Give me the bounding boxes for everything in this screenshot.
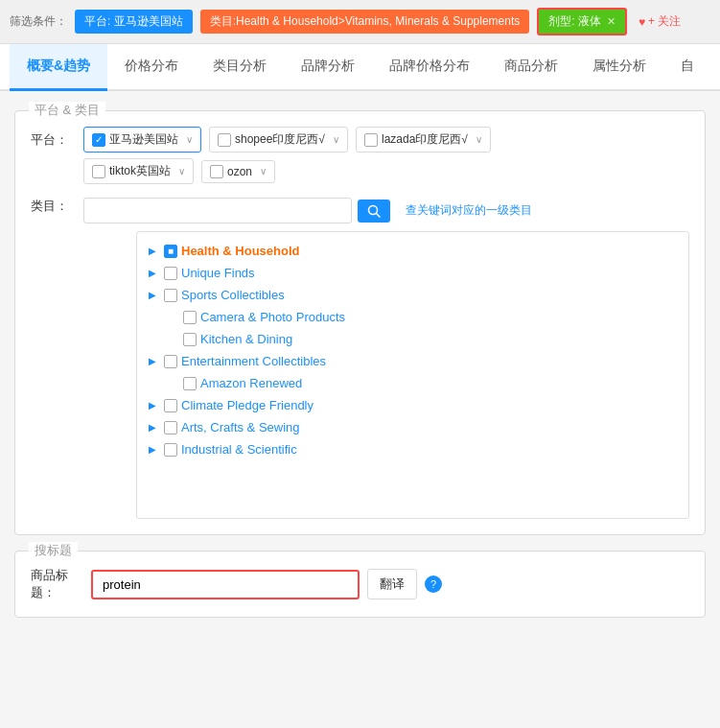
- tab-attr-analysis[interactable]: 属性分析: [575, 44, 663, 91]
- type-tag-close-icon[interactable]: ✕: [607, 15, 615, 28]
- tree-checkbox-renewed[interactable]: [183, 377, 197, 390]
- tree-arrow-industrial-icon: ▶: [149, 444, 160, 455]
- tree-arrow-renewed-icon: ▶: [168, 378, 179, 388]
- category-search-button[interactable]: [358, 200, 390, 223]
- tree-checkbox-sports[interactable]: [164, 289, 177, 302]
- tab-overview[interactable]: 概要&趋势: [10, 44, 107, 91]
- tab-more[interactable]: 自: [663, 44, 711, 91]
- category-tree[interactable]: ▶ ■ Health & Household ▶ Unique Finds: [136, 231, 689, 519]
- tree-item-unique-finds[interactable]: ▶ Unique Finds: [143, 262, 683, 284]
- category-tag-text: 类目:Health & Household>Vitamins, Minerals…: [210, 13, 521, 30]
- tab-category-analysis[interactable]: 类目分析: [196, 44, 284, 91]
- platform-items: ✓ 亚马逊美国站 ∨ shopee印度尼西√ ∨ lazada印度尼西√ ∨: [83, 127, 491, 153]
- nav-tabs: 概要&趋势 价格分布 类目分析 品牌分析 品牌价格分布 商品分析 属性分析 自: [0, 44, 720, 91]
- ozon-arrow-icon: ∨: [260, 166, 267, 176]
- platform-category-section: 平台 & 类目 平台： ✓ 亚马逊美国站 ∨ shopee印度尼西√ ∨ laz…: [14, 110, 706, 535]
- platform-row-2: tiktok英国站 ∨ ozon ∨: [83, 158, 689, 184]
- tree-checkbox-industrial[interactable]: [164, 443, 177, 457]
- svg-line-1: [377, 213, 381, 217]
- add-watch-label: + 关注: [648, 13, 681, 30]
- platform-shopee-india[interactable]: shopee印度尼西√ ∨: [209, 127, 348, 153]
- lazada-indonesia-arrow-icon: ∨: [476, 134, 482, 145]
- tiktok-uk-checkbox: [92, 165, 105, 178]
- category-keyword-link[interactable]: 查关键词对应的一级类目: [406, 202, 532, 219]
- platform-filter-tag[interactable]: 平台: 亚马逊美国站: [75, 10, 193, 34]
- tree-checkbox-kitchen[interactable]: [183, 333, 197, 346]
- tab-brand-price[interactable]: 品牌价格分布: [372, 44, 487, 91]
- search-title-row: 商品标题： 翻译 ?: [31, 567, 689, 601]
- search-icon: [367, 204, 381, 218]
- platform-lazada-indonesia[interactable]: lazada印度尼西√ ∨: [356, 127, 491, 153]
- product-title-input[interactable]: [91, 570, 360, 599]
- heart-icon: ♥: [639, 15, 645, 29]
- tiktok-uk-arrow-icon: ∨: [178, 166, 185, 176]
- platform-amazon-us[interactable]: ✓ 亚马逊美国站 ∨: [83, 127, 201, 153]
- translate-button[interactable]: 翻译: [367, 569, 417, 599]
- platform-tiktok-uk[interactable]: tiktok英国站 ∨: [83, 158, 194, 184]
- type-tag-text: 剂型: 液体: [548, 13, 601, 30]
- tree-label-industrial: Industrial & Scientific: [181, 442, 297, 457]
- tree-label-climate: Climate Pledge Friendly: [181, 398, 314, 412]
- category-row: 类目： 查关键词对应的一级类目: [31, 198, 689, 519]
- tree-checkbox-unique[interactable]: [164, 267, 177, 280]
- category-tree-inner: ▶ ■ Health & Household ▶ Unique Finds: [137, 232, 688, 468]
- tree-arrow-camera-icon: ▶: [168, 312, 179, 322]
- category-filter-tag[interactable]: 类目:Health & Household>Vitamins, Minerals…: [200, 10, 530, 34]
- amazon-us-arrow-icon: ∨: [186, 134, 193, 145]
- tree-checkbox-health[interactable]: ■: [164, 245, 177, 258]
- amazon-us-checkbox: ✓: [92, 133, 105, 147]
- platform-row-label: 平台：: [31, 131, 83, 149]
- tree-checkbox-entertainment[interactable]: [164, 355, 177, 368]
- tree-item-arts[interactable]: ▶ Arts, Crafts & Sewing: [143, 416, 683, 438]
- tree-item-entertainment[interactable]: ▶ Entertainment Collectibles: [143, 350, 683, 372]
- platform-items-2: tiktok英国站 ∨ ozon ∨: [83, 158, 275, 184]
- shopee-india-arrow-icon: ∨: [333, 134, 339, 145]
- filter-label: 筛选条件：: [10, 13, 67, 30]
- tab-price-dist[interactable]: 价格分布: [107, 44, 196, 91]
- tree-label-renewed: Amazon Renewed: [200, 376, 302, 390]
- tab-product-analysis[interactable]: 商品分析: [487, 44, 575, 91]
- tree-item-industrial[interactable]: ▶ Industrial & Scientific: [143, 438, 683, 460]
- tree-item-health[interactable]: ▶ ■ Health & Household: [143, 240, 683, 262]
- product-title-label: 商品标题：: [31, 567, 83, 601]
- tiktok-uk-label: tiktok英国站: [109, 163, 171, 179]
- platform-ozon[interactable]: ozon ∨: [201, 160, 275, 183]
- tree-item-amazon-renewed[interactable]: ▶ Amazon Renewed: [143, 372, 683, 394]
- tree-label-arts: Arts, Crafts & Sewing: [181, 420, 300, 434]
- tree-checkbox-climate[interactable]: [164, 399, 177, 412]
- tree-label-entertainment: Entertainment Collectibles: [181, 354, 326, 368]
- category-input-area: 查关键词对应的一级类目 ▶ ■ Health & Household ▶: [83, 198, 689, 519]
- tree-arrow-entertainment-icon: ▶: [149, 356, 160, 366]
- add-watch-button[interactable]: ♥ + 关注: [639, 13, 681, 30]
- shopee-india-checkbox: [218, 133, 231, 147]
- shopee-india-label: shopee印度尼西√: [235, 131, 325, 148]
- search-title-section-label: 搜标题: [29, 542, 78, 559]
- tree-arrow-sports-icon: ▶: [149, 290, 160, 300]
- help-icon[interactable]: ?: [425, 575, 442, 593]
- tree-label-unique: Unique Finds: [181, 266, 255, 280]
- category-search-input[interactable]: [83, 198, 352, 223]
- tree-item-camera[interactable]: ▶ Camera & Photo Products: [143, 306, 683, 328]
- tree-arrow-arts-icon: ▶: [149, 422, 160, 433]
- tab-brand-analysis[interactable]: 品牌分析: [284, 44, 372, 91]
- tree-item-kitchen[interactable]: ▶ Kitchen & Dining: [143, 328, 683, 350]
- tree-checkbox-camera[interactable]: [183, 311, 197, 324]
- search-title-section: 搜标题 商品标题： 翻译 ?: [14, 551, 706, 618]
- category-input-wrap: 查关键词对应的一级类目: [83, 198, 689, 223]
- tree-arrow-unique-icon: ▶: [149, 268, 160, 278]
- ozon-label: ozon: [227, 165, 252, 178]
- tree-arrow-climate-icon: ▶: [149, 400, 160, 411]
- platform-section-title: 平台 & 类目: [29, 102, 105, 119]
- main-content: 平台 & 类目 平台： ✓ 亚马逊美国站 ∨ shopee印度尼西√ ∨ laz…: [0, 91, 720, 652]
- ozon-checkbox: [210, 165, 223, 178]
- type-filter-tag[interactable]: 剂型: 液体 ✕: [537, 8, 627, 35]
- amazon-us-label: 亚马逊美国站: [109, 131, 178, 148]
- tree-item-sports[interactable]: ▶ Sports Collectibles: [143, 284, 683, 306]
- tree-label-health: Health & Household: [181, 244, 300, 258]
- category-row-label: 类目：: [31, 198, 83, 215]
- lazada-indonesia-checkbox: [364, 133, 378, 147]
- platform-tag-text: 平台: 亚马逊美国站: [84, 13, 183, 30]
- tree-arrow-kitchen-icon: ▶: [168, 334, 179, 344]
- tree-checkbox-arts[interactable]: [164, 421, 177, 434]
- tree-item-climate[interactable]: ▶ Climate Pledge Friendly: [143, 394, 683, 416]
